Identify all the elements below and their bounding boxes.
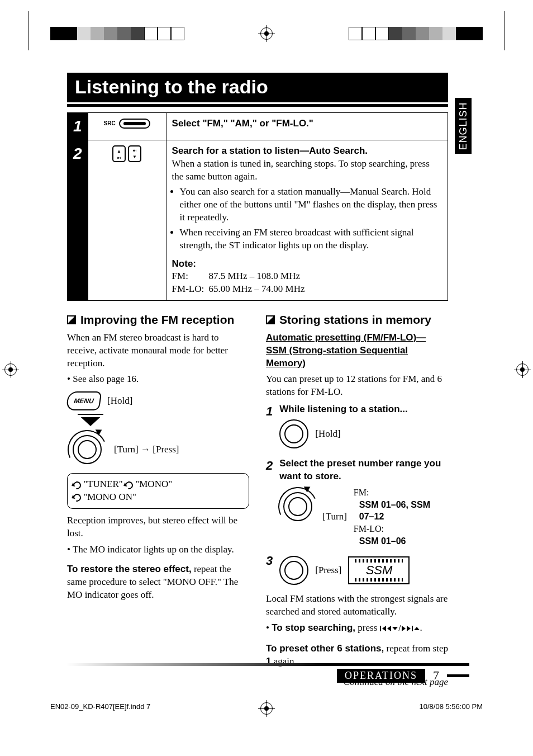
sub-subheading: SSM (Strong-station Sequential Memory) — [266, 344, 448, 370]
path-segment: "MONO" — [135, 479, 172, 489]
page-title: Listening to the radio — [75, 76, 440, 98]
action-label: [Turn] → [Press] — [114, 443, 179, 456]
note-value: 65.00 MHz – 74.00 MHz — [209, 283, 305, 296]
table-row: 2 ▲⏮ ⏭▼ Search for a station to listen—A… — [68, 140, 448, 301]
bullet-text: To stop searching, press / . — [266, 622, 448, 635]
step-icon-cell: ▲⏮ ⏭▼ — [88, 140, 166, 301]
paragraph: When an FM stereo broadcast is hard to r… — [67, 332, 249, 370]
step-number: 1 — [68, 113, 88, 140]
paragraph: Reception improves, but stereo effect wi… — [67, 514, 249, 540]
option-label: FM: — [354, 486, 447, 499]
rotary-knob-icon — [67, 429, 107, 470]
section-marker-icon — [67, 315, 76, 324]
section-title-bar: Listening to the radio — [67, 73, 448, 102]
step-text: Select the preset number range you want … — [279, 458, 441, 481]
path-segment: "MONO ON" — [83, 492, 136, 502]
action-label: [Hold] — [107, 395, 132, 408]
text: . — [420, 622, 422, 633]
bullet-text: The MO indicator lights up on the displa… — [67, 544, 249, 556]
up-down-buttons-icon: ▲⏮ ⏭▼ — [112, 145, 141, 162]
section-marker-icon — [266, 315, 275, 324]
lead-phrase: To preset other 6 stations, — [266, 643, 384, 654]
page-footer: OPERATIONS 7 — [67, 663, 469, 683]
footer-section-label: OPERATIONS — [337, 669, 425, 683]
numbered-step: 3 [Press] SSM — [266, 552, 448, 588]
registration-row-top — [0, 22, 533, 45]
subsection-header: Improving the FM reception — [67, 312, 249, 328]
text: repeat from step — [384, 643, 448, 654]
action-label: [Hold] — [315, 428, 340, 441]
paragraph: To restore the stereo effect, repeat the… — [67, 563, 249, 602]
note-key: FM: — [172, 270, 204, 283]
display-readout-icon: SSM — [348, 556, 410, 584]
path-segment: "TUNER" — [83, 479, 125, 489]
text: press — [355, 622, 379, 633]
lead-phrase: To restore the stereo effect, — [67, 564, 192, 574]
rotary-knob-icon — [279, 556, 308, 585]
step-icon-cell: SRC — [88, 113, 166, 140]
numbered-step: 1 While listening to a station... [Hold] — [266, 403, 448, 452]
two-column-area: Improving the FM reception When an FM st… — [67, 312, 448, 688]
arrow-down-icon — [77, 414, 104, 426]
skip-buttons-icon: / — [380, 623, 420, 634]
src-label: SRC — [104, 120, 116, 126]
step-text: When a station is tuned in, searching st… — [172, 158, 442, 183]
subsection-header: Storing stations in memory — [266, 312, 448, 328]
subsection-title: Improving the FM reception — [80, 312, 234, 328]
paragraph: Local FM stations with the strongest sig… — [266, 593, 448, 618]
rotary-knob-icon — [279, 419, 308, 448]
src-button-icon: SRC — [104, 119, 150, 129]
action-label: [Press] — [315, 564, 341, 577]
bullet-text: See also page 16. — [67, 373, 249, 386]
bullet-text: You can also search for a station manual… — [180, 186, 442, 224]
step-number: 1 — [266, 403, 277, 420]
color-bar — [50, 27, 184, 40]
print-filename: EN02-09_KD-R407[EE]f.indd 7 — [50, 702, 150, 711]
step-number: 2 — [266, 457, 277, 474]
note-key: FM-LO: — [172, 283, 204, 296]
registration-target-icon — [260, 27, 273, 40]
lead-phrase: To stop searching, — [272, 622, 355, 633]
option-value: SSM 01–06 — [354, 535, 447, 547]
registration-target-icon — [516, 363, 529, 376]
print-footer: EN02-09_KD-R407[EE]f.indd 7 10/8/08 5:56… — [50, 702, 483, 711]
menu-button-icon: MENU — [66, 391, 102, 410]
step-heading: Search for a station to listen—Auto Sear… — [172, 145, 442, 158]
footer-rule — [67, 663, 469, 666]
registration-target-icon — [260, 702, 273, 715]
paragraph: You can preset up to 12 stations for FM,… — [266, 373, 448, 399]
right-column: Storing stations in memory Automatic pre… — [266, 312, 448, 688]
bullet-text: When receiving an FM stereo broadcast wi… — [180, 226, 442, 252]
left-column: Improving the FM reception When an FM st… — [67, 312, 249, 688]
table-row: 1 SRC Select "FM," "AM," or "FM-LO." — [68, 113, 448, 140]
subsection-title: Storing stations in memory — [279, 312, 431, 328]
page-content: Listening to the radio 1 SRC Select "FM,… — [67, 73, 469, 689]
option-value: SSM 01–06, SSM 07–12 — [354, 499, 447, 523]
option-label: FM-LO: — [354, 523, 447, 535]
rotate-icon — [123, 480, 134, 490]
step-text: While listening to a station... — [279, 404, 408, 414]
registration-target-icon — [4, 363, 17, 376]
rotary-knob-icon — [279, 486, 316, 527]
diagram: MENU [Hold] [Turn] → [Press] "TUNER" — [67, 391, 249, 509]
print-datetime: 10/8/08 5:56:00 PM — [420, 702, 483, 711]
step-body: Search for a station to listen—Auto Sear… — [166, 140, 448, 301]
page-number: 7 — [433, 668, 439, 683]
color-bar — [349, 27, 483, 40]
rotate-icon — [72, 493, 82, 503]
step-number: 2 — [68, 140, 88, 301]
numbered-step: 2 Select the preset number range you wan… — [266, 457, 448, 550]
note-value: 87.5 MHz – 108.0 MHz — [209, 270, 300, 283]
note-heading: Note: — [172, 258, 442, 271]
title-underline — [67, 104, 448, 107]
menu-path-box: "TUNER" "MONO" "MONO ON" — [67, 473, 249, 509]
footer-tail-rule — [447, 674, 469, 677]
steps-table: 1 SRC Select "FM," "AM," or "FM-LO." 2 ▲… — [67, 112, 448, 301]
step-number: 3 — [266, 552, 277, 569]
step-heading: Select "FM," "AM," or "FM-LO." — [172, 117, 442, 130]
action-label: [Turn] — [322, 511, 347, 523]
sub-subheading: Automatic presetting (FM/FM-LO)— — [266, 332, 448, 344]
step-body: Select "FM," "AM," or "FM-LO." — [166, 113, 448, 140]
rotate-icon — [72, 480, 82, 490]
